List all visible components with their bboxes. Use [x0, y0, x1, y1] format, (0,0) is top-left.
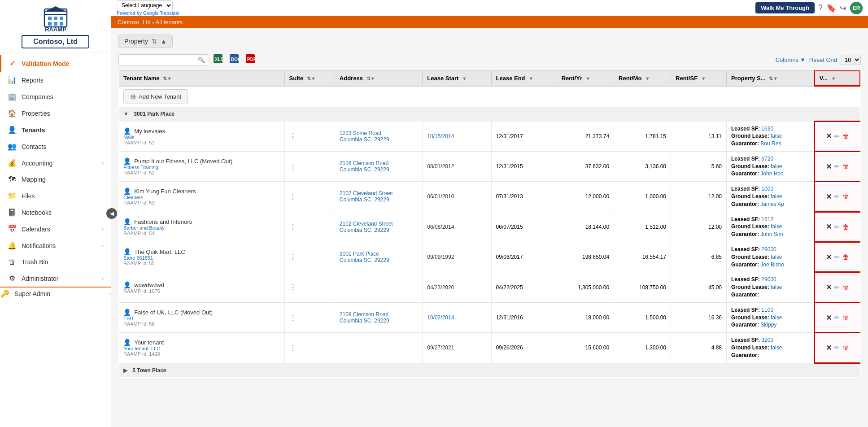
- edit-button[interactable]: ✏: [834, 314, 840, 321]
- more-options-icon[interactable]: ⋮: [289, 344, 297, 352]
- property-sort-icon[interactable]: ⇅: [152, 38, 157, 45]
- action-buttons: ✕ ✏ 🗑: [820, 314, 855, 322]
- accounting-arrow-icon: ›: [102, 160, 104, 166]
- sidebar-item-administrator[interactable]: ⚙ Administrator ›: [0, 270, 111, 287]
- v-filter-icon[interactable]: ▼: [831, 76, 836, 81]
- lease-start-cell: 06/01/2010: [423, 182, 491, 212]
- sidebar-item-notifications[interactable]: 🔔 Notifications ›: [0, 237, 111, 254]
- col-v[interactable]: V... ▼: [814, 71, 860, 86]
- col-property-s[interactable]: Property S... ⇅▼: [727, 71, 815, 86]
- sidebar-item-tenants[interactable]: 👤 Tenants: [0, 122, 111, 138]
- delete-button[interactable]: 🗑: [842, 344, 849, 351]
- user-avatar[interactable]: ER: [850, 2, 863, 14]
- delete-button[interactable]: 🗑: [842, 163, 849, 170]
- group-collapse-icon[interactable]: ▼: [123, 111, 129, 117]
- contacts-icon: 👥: [7, 142, 17, 151]
- col-rent-yr[interactable]: Rent/Yr ▼: [557, 71, 614, 86]
- more-options-icon[interactable]: ⋮: [289, 314, 297, 322]
- edit-button[interactable]: ✏: [834, 284, 840, 291]
- more-options-icon[interactable]: ⋮: [289, 163, 297, 170]
- edit-button[interactable]: ✏: [834, 133, 840, 140]
- sidebar-item-companies[interactable]: 🏢 Companies: [0, 88, 111, 105]
- address-sort-icon[interactable]: ⇅▼: [366, 76, 375, 81]
- col-address[interactable]: Address ⇅▼: [335, 71, 422, 86]
- sidebar-item-properties[interactable]: 🏠 Properties: [0, 105, 111, 122]
- add-new-tenant-button[interactable]: ⊕ Add New Tenant: [123, 89, 188, 104]
- group-collapse-icon[interactable]: ▶: [123, 367, 127, 374]
- edit-button[interactable]: ✏: [834, 253, 840, 261]
- edit-button[interactable]: ✏: [834, 163, 840, 170]
- delete-button[interactable]: 🗑: [842, 193, 849, 200]
- export-excel-button[interactable]: XLS: [212, 53, 224, 66]
- property-expand-icon[interactable]: ▲: [161, 38, 167, 45]
- unlink-button[interactable]: ✕: [826, 222, 832, 231]
- sidebar-item-reports[interactable]: 📊 Reports: [0, 72, 111, 88]
- bookmark-icon[interactable]: 🔖: [826, 3, 836, 13]
- lease-end-filter-icon[interactable]: ▼: [528, 76, 533, 81]
- rent-mo-filter-icon[interactable]: ▼: [645, 76, 650, 81]
- tenant-name-sort-icon[interactable]: ⇅▼: [163, 76, 172, 81]
- delete-button[interactable]: 🗑: [842, 133, 849, 140]
- sidebar-item-contacts[interactable]: 👥 Contacts: [0, 138, 111, 155]
- sidebar-toggle[interactable]: ◀: [106, 208, 117, 219]
- lease-end-cell: 12/31/2017: [491, 122, 557, 152]
- delete-button[interactable]: 🗑: [842, 223, 849, 231]
- sidebar-item-accounting[interactable]: 💰 Accounting ›: [0, 155, 111, 171]
- unlink-button[interactable]: ✕: [826, 344, 832, 352]
- export-word-button[interactable]: DOC: [228, 53, 240, 66]
- more-options-icon[interactable]: ⋮: [289, 283, 297, 291]
- delete-button[interactable]: 🗑: [842, 314, 849, 321]
- col-suite[interactable]: Suite ⇅▼: [284, 71, 335, 86]
- sidebar-item-calendars[interactable]: 📅 Calendars ›: [0, 221, 111, 237]
- col-tenant-name[interactable]: Tenant Name ⇅▼: [119, 71, 285, 86]
- help-icon[interactable]: ?: [818, 3, 823, 13]
- more-options-icon[interactable]: ⋮: [289, 253, 297, 261]
- sidebar-item-super-admin[interactable]: 🔑 Super Admin ›: [0, 287, 111, 300]
- unlink-button[interactable]: ✕: [826, 132, 832, 140]
- page-size-select[interactable]: 10 25 50: [841, 55, 861, 65]
- lease-start-filter-icon[interactable]: ▼: [462, 76, 467, 81]
- language-select[interactable]: Select Language: [117, 0, 173, 10]
- property-s-sort-icon[interactable]: ⇅▼: [769, 76, 778, 81]
- breadcrumb-company[interactable]: Contoso, Ltd: [118, 19, 151, 26]
- col-rent-sf[interactable]: Rent/SF ▼: [671, 71, 727, 86]
- sidebar-item-validation-mode[interactable]: ✓ Validation Mode: [0, 55, 111, 72]
- delete-button[interactable]: 🗑: [842, 284, 849, 291]
- suite-sort-icon[interactable]: ⇅▼: [307, 76, 316, 81]
- edit-button[interactable]: ✏: [834, 193, 840, 200]
- reset-grid-button[interactable]: Reset Grid: [809, 57, 837, 63]
- unlink-button[interactable]: ✕: [826, 283, 832, 292]
- sidebar-item-trash-bin[interactable]: 🗑 Trash Bin: [0, 254, 111, 270]
- delete-button[interactable]: 🗑: [842, 253, 849, 261]
- edit-button[interactable]: ✏: [834, 223, 840, 231]
- tenant-name: The Quik Mart, LLC: [134, 248, 185, 255]
- more-options-icon[interactable]: ⋮: [289, 132, 297, 140]
- rent-sf-filter-icon[interactable]: ▼: [701, 76, 706, 81]
- unlink-button[interactable]: ✕: [826, 192, 832, 201]
- more-options-icon[interactable]: ⋮: [289, 223, 297, 231]
- unlink-button[interactable]: ✕: [826, 314, 832, 322]
- sidebar-item-files[interactable]: 📁 Files: [0, 187, 111, 204]
- columns-button[interactable]: Columns ▼: [776, 57, 806, 63]
- search-input[interactable]: [122, 57, 198, 63]
- edit-button[interactable]: ✏: [834, 344, 840, 351]
- sidebar-item-notebooks[interactable]: 📓 Notebooks: [0, 204, 111, 221]
- sidebar-item-mapping[interactable]: 🗺 Mapping: [0, 171, 111, 187]
- col-rent-mo[interactable]: Rent/Mo ▼: [614, 71, 671, 86]
- svg-rect-6: [54, 22, 57, 26]
- col-lease-start[interactable]: Lease Start ▼: [423, 71, 491, 86]
- address-line2: Columbia SC, 29229: [340, 318, 418, 324]
- property-s-cell: Leased SF: 1000Ground Lease: falseGuaran…: [727, 182, 815, 212]
- unlink-button[interactable]: ✕: [826, 253, 832, 261]
- walk-me-through-button[interactable]: Walk Me Through: [755, 2, 815, 13]
- unlink-button[interactable]: ✕: [826, 162, 832, 171]
- search-icon[interactable]: 🔍: [198, 57, 205, 63]
- export-pdf-button[interactable]: PDF: [244, 53, 257, 66]
- rent-mo-cell: 16,554.17: [614, 242, 671, 272]
- rent-yr-filter-icon[interactable]: ▼: [586, 76, 591, 81]
- more-options-icon[interactable]: ⋮: [289, 193, 297, 200]
- table-row: 👤 False of UK, LLC (Moved Out) TBD RAAMP…: [119, 302, 860, 332]
- logout-icon[interactable]: ↪: [840, 3, 846, 13]
- col-lease-end[interactable]: Lease End ▼: [491, 71, 557, 86]
- action-buttons: ✕ ✏ 🗑: [820, 132, 855, 140]
